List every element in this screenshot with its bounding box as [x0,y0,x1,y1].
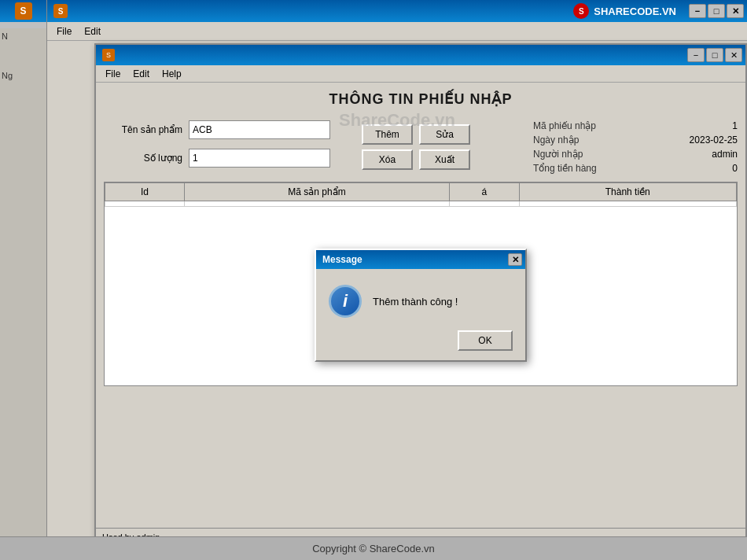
inner-close-btn[interactable]: ✕ [725,48,742,62]
sidebar-label-1: N [0,28,46,44]
inner-window: S − □ ✕ File Edit Help THÔNG TIN PHIẾU N… [94,43,747,547]
inner-menubar: File Edit Help [96,65,745,83]
inner-titlebar-right: − □ ✕ [687,48,742,62]
main-area: S S SHARECODE.VN − □ ✕ File Edit ShareCo… [47,0,747,560]
outer-maximize-btn[interactable]: □ [708,4,725,18]
outer-menu-edit[interactable]: Edit [78,24,107,39]
inner-menu-edit[interactable]: Edit [127,67,156,81]
outer-titlebar: S S SHARECODE.VN − □ ✕ [47,0,747,22]
outer-minimize-btn[interactable]: − [689,4,706,18]
dialog-close-btn[interactable]: ✕ [508,253,522,266]
inner-titlebar: S − □ ✕ [96,45,745,65]
left-sidebar: S N Ng [0,0,47,560]
dialog-title: Message [322,254,362,265]
ok-button[interactable]: OK [458,330,513,351]
inner-minimize-btn[interactable]: − [687,48,705,62]
dialog-footer: OK [316,330,525,360]
message-dialog: Message ✕ i Thêm thành công ! OK [315,249,527,362]
dialog-body: i Thêm thành công ! [316,269,525,330]
sidebar-content: N Ng [0,28,46,560]
info-icon: i [329,285,362,318]
inner-menu-help[interactable]: Help [156,67,188,81]
dialog-overlay: Message ✕ i Thêm thành công ! OK [96,83,745,528]
outer-sharecode-logo: S SHARECODE.VN − □ ✕ [573,0,744,22]
sidebar-label-2: Ng [0,68,46,83]
inner-content: THÔNG TIN PHIẾU NHẬP Tên sản phẩm Số lượ… [96,83,745,528]
sidebar-header: S [0,0,46,22]
outer-menubar: File Edit [47,22,747,41]
inner-titlebar-left: S [102,49,115,61]
outer-titlebar-left: S [53,4,72,18]
inner-maximize-btn[interactable]: □ [706,48,723,62]
sidebar-icon: S [15,2,32,20]
outer-menu-file[interactable]: File [50,24,78,39]
inner-app-icon: S [102,49,115,61]
footer: Copyright © ShareCode.vn [0,536,747,560]
outer-close-btn[interactable]: ✕ [727,4,744,18]
dialog-titlebar: Message ✕ [316,250,525,269]
footer-text: Copyright © ShareCode.vn [312,543,435,554]
inner-menu-file[interactable]: File [99,67,127,81]
dialog-message: Thêm thành công ! [373,296,458,308]
outer-app-icon: S [53,4,68,18]
